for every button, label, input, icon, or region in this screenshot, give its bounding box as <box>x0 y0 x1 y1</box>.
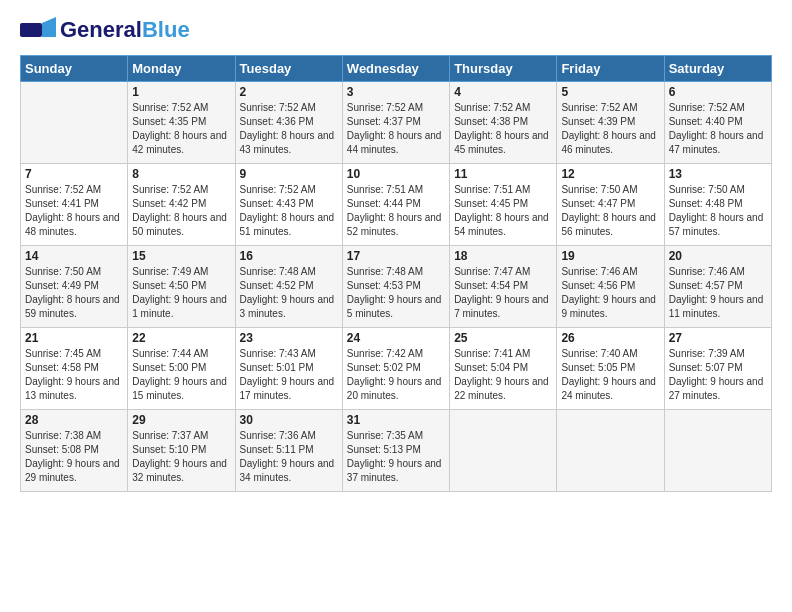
day-details: Sunrise: 7:52 AMSunset: 4:39 PMDaylight:… <box>561 101 659 157</box>
day-number: 2 <box>240 85 338 99</box>
day-number: 14 <box>25 249 123 263</box>
logo-blue: Blue <box>142 17 190 42</box>
calendar-cell <box>557 410 664 492</box>
day-details: Sunrise: 7:50 AMSunset: 4:49 PMDaylight:… <box>25 265 123 321</box>
day-number: 19 <box>561 249 659 263</box>
header-day-monday: Monday <box>128 56 235 82</box>
day-details: Sunrise: 7:48 AMSunset: 4:52 PMDaylight:… <box>240 265 338 321</box>
week-row-5: 28 Sunrise: 7:38 AMSunset: 5:08 PMDaylig… <box>21 410 772 492</box>
calendar-cell: 30 Sunrise: 7:36 AMSunset: 5:11 PMDaylig… <box>235 410 342 492</box>
header-day-saturday: Saturday <box>664 56 771 82</box>
day-number: 23 <box>240 331 338 345</box>
calendar-cell: 22 Sunrise: 7:44 AMSunset: 5:00 PMDaylig… <box>128 328 235 410</box>
day-details: Sunrise: 7:52 AMSunset: 4:35 PMDaylight:… <box>132 101 230 157</box>
calendar-cell: 21 Sunrise: 7:45 AMSunset: 4:58 PMDaylig… <box>21 328 128 410</box>
day-details: Sunrise: 7:52 AMSunset: 4:37 PMDaylight:… <box>347 101 445 157</box>
header-row: SundayMondayTuesdayWednesdayThursdayFrid… <box>21 56 772 82</box>
logo-icon <box>20 15 56 45</box>
day-details: Sunrise: 7:42 AMSunset: 5:02 PMDaylight:… <box>347 347 445 403</box>
calendar-cell: 31 Sunrise: 7:35 AMSunset: 5:13 PMDaylig… <box>342 410 449 492</box>
day-details: Sunrise: 7:40 AMSunset: 5:05 PMDaylight:… <box>561 347 659 403</box>
day-number: 17 <box>347 249 445 263</box>
calendar-cell: 7 Sunrise: 7:52 AMSunset: 4:41 PMDayligh… <box>21 164 128 246</box>
calendar-cell: 3 Sunrise: 7:52 AMSunset: 4:37 PMDayligh… <box>342 82 449 164</box>
calendar-cell: 27 Sunrise: 7:39 AMSunset: 5:07 PMDaylig… <box>664 328 771 410</box>
day-number: 26 <box>561 331 659 345</box>
calendar-cell: 14 Sunrise: 7:50 AMSunset: 4:49 PMDaylig… <box>21 246 128 328</box>
day-details: Sunrise: 7:41 AMSunset: 5:04 PMDaylight:… <box>454 347 552 403</box>
calendar-cell: 25 Sunrise: 7:41 AMSunset: 5:04 PMDaylig… <box>450 328 557 410</box>
logo-general: General <box>60 17 142 42</box>
calendar-cell: 8 Sunrise: 7:52 AMSunset: 4:42 PMDayligh… <box>128 164 235 246</box>
calendar-cell <box>450 410 557 492</box>
day-details: Sunrise: 7:37 AMSunset: 5:10 PMDaylight:… <box>132 429 230 485</box>
day-number: 16 <box>240 249 338 263</box>
day-number: 3 <box>347 85 445 99</box>
day-details: Sunrise: 7:51 AMSunset: 4:45 PMDaylight:… <box>454 183 552 239</box>
day-details: Sunrise: 7:39 AMSunset: 5:07 PMDaylight:… <box>669 347 767 403</box>
day-number: 7 <box>25 167 123 181</box>
calendar-cell: 23 Sunrise: 7:43 AMSunset: 5:01 PMDaylig… <box>235 328 342 410</box>
week-row-4: 21 Sunrise: 7:45 AMSunset: 4:58 PMDaylig… <box>21 328 772 410</box>
calendar-cell: 10 Sunrise: 7:51 AMSunset: 4:44 PMDaylig… <box>342 164 449 246</box>
day-number: 27 <box>669 331 767 345</box>
day-number: 6 <box>669 85 767 99</box>
day-details: Sunrise: 7:52 AMSunset: 4:42 PMDaylight:… <box>132 183 230 239</box>
calendar-cell: 11 Sunrise: 7:51 AMSunset: 4:45 PMDaylig… <box>450 164 557 246</box>
day-details: Sunrise: 7:36 AMSunset: 5:11 PMDaylight:… <box>240 429 338 485</box>
calendar-cell <box>664 410 771 492</box>
day-details: Sunrise: 7:47 AMSunset: 4:54 PMDaylight:… <box>454 265 552 321</box>
calendar-cell: 5 Sunrise: 7:52 AMSunset: 4:39 PMDayligh… <box>557 82 664 164</box>
calendar-cell: 18 Sunrise: 7:47 AMSunset: 4:54 PMDaylig… <box>450 246 557 328</box>
day-number: 12 <box>561 167 659 181</box>
calendar-cell: 9 Sunrise: 7:52 AMSunset: 4:43 PMDayligh… <box>235 164 342 246</box>
day-details: Sunrise: 7:35 AMSunset: 5:13 PMDaylight:… <box>347 429 445 485</box>
day-number: 9 <box>240 167 338 181</box>
calendar-cell: 17 Sunrise: 7:48 AMSunset: 4:53 PMDaylig… <box>342 246 449 328</box>
day-details: Sunrise: 7:46 AMSunset: 4:56 PMDaylight:… <box>561 265 659 321</box>
day-number: 15 <box>132 249 230 263</box>
day-number: 30 <box>240 413 338 427</box>
day-details: Sunrise: 7:52 AMSunset: 4:40 PMDaylight:… <box>669 101 767 157</box>
day-details: Sunrise: 7:49 AMSunset: 4:50 PMDaylight:… <box>132 265 230 321</box>
week-row-1: 1 Sunrise: 7:52 AMSunset: 4:35 PMDayligh… <box>21 82 772 164</box>
day-number: 5 <box>561 85 659 99</box>
calendar-cell: 13 Sunrise: 7:50 AMSunset: 4:48 PMDaylig… <box>664 164 771 246</box>
calendar-cell: 12 Sunrise: 7:50 AMSunset: 4:47 PMDaylig… <box>557 164 664 246</box>
day-details: Sunrise: 7:50 AMSunset: 4:48 PMDaylight:… <box>669 183 767 239</box>
day-number: 11 <box>454 167 552 181</box>
calendar-cell: 28 Sunrise: 7:38 AMSunset: 5:08 PMDaylig… <box>21 410 128 492</box>
page-container: GeneralBlue SundayMondayTuesdayWednesday… <box>0 0 792 502</box>
day-details: Sunrise: 7:46 AMSunset: 4:57 PMDaylight:… <box>669 265 767 321</box>
calendar-cell: 6 Sunrise: 7:52 AMSunset: 4:40 PMDayligh… <box>664 82 771 164</box>
day-number: 10 <box>347 167 445 181</box>
calendar-cell: 29 Sunrise: 7:37 AMSunset: 5:10 PMDaylig… <box>128 410 235 492</box>
header-day-wednesday: Wednesday <box>342 56 449 82</box>
day-number: 13 <box>669 167 767 181</box>
calendar-cell: 4 Sunrise: 7:52 AMSunset: 4:38 PMDayligh… <box>450 82 557 164</box>
day-number: 24 <box>347 331 445 345</box>
day-number: 1 <box>132 85 230 99</box>
day-number: 28 <box>25 413 123 427</box>
day-details: Sunrise: 7:48 AMSunset: 4:53 PMDaylight:… <box>347 265 445 321</box>
header-day-friday: Friday <box>557 56 664 82</box>
calendar-cell <box>21 82 128 164</box>
day-number: 22 <box>132 331 230 345</box>
day-details: Sunrise: 7:43 AMSunset: 5:01 PMDaylight:… <box>240 347 338 403</box>
calendar-cell: 19 Sunrise: 7:46 AMSunset: 4:56 PMDaylig… <box>557 246 664 328</box>
calendar-table: SundayMondayTuesdayWednesdayThursdayFrid… <box>20 55 772 492</box>
day-details: Sunrise: 7:52 AMSunset: 4:41 PMDaylight:… <box>25 183 123 239</box>
day-number: 29 <box>132 413 230 427</box>
header-day-sunday: Sunday <box>21 56 128 82</box>
calendar-cell: 1 Sunrise: 7:52 AMSunset: 4:35 PMDayligh… <box>128 82 235 164</box>
svg-rect-0 <box>20 23 42 37</box>
calendar-cell: 20 Sunrise: 7:46 AMSunset: 4:57 PMDaylig… <box>664 246 771 328</box>
day-details: Sunrise: 7:52 AMSunset: 4:38 PMDaylight:… <box>454 101 552 157</box>
calendar-cell: 16 Sunrise: 7:48 AMSunset: 4:52 PMDaylig… <box>235 246 342 328</box>
day-number: 21 <box>25 331 123 345</box>
day-details: Sunrise: 7:52 AMSunset: 4:36 PMDaylight:… <box>240 101 338 157</box>
header-day-thursday: Thursday <box>450 56 557 82</box>
calendar-cell: 2 Sunrise: 7:52 AMSunset: 4:36 PMDayligh… <box>235 82 342 164</box>
day-details: Sunrise: 7:50 AMSunset: 4:47 PMDaylight:… <box>561 183 659 239</box>
week-row-2: 7 Sunrise: 7:52 AMSunset: 4:41 PMDayligh… <box>21 164 772 246</box>
